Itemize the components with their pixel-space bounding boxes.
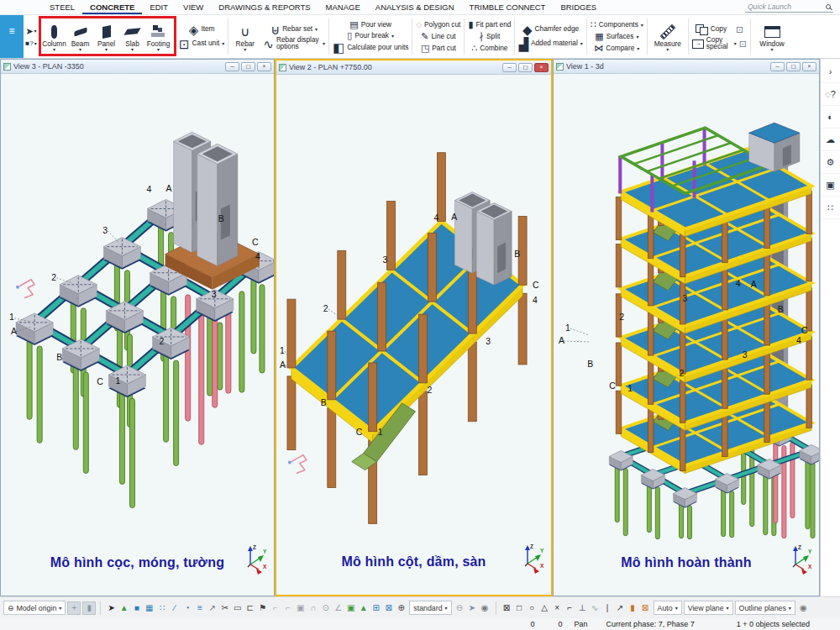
minimize-button[interactable]: ─ <box>502 63 517 72</box>
properties-lookup-icon[interactable]: ◌? <box>821 83 840 106</box>
snap-midpoint-icon[interactable]: △ <box>538 601 551 615</box>
rebar-set-button[interactable]: ⊎Rebar set▾ <box>270 24 318 36</box>
snap-intersection-icon[interactable]: × <box>551 601 564 615</box>
selection-switch-icon[interactable]: ➤ <box>105 601 118 615</box>
flag-marker-icon[interactable]: ⚑ <box>256 601 269 615</box>
compare-button[interactable]: ⋈Compare▾ <box>594 44 639 54</box>
calculate-pour-units-button[interactable]: ◧Calculate pour units <box>333 42 409 53</box>
minimize-button[interactable]: ─ <box>225 62 239 71</box>
angle-snap-b-icon[interactable]: ⌐ <box>281 601 294 615</box>
beam-button[interactable]: Beam▾ <box>67 21 93 52</box>
snap-vertical-icon[interactable]: ∣ <box>601 601 614 615</box>
snap-center-icon[interactable]: □ <box>513 601 526 615</box>
rebar-display-options-button[interactable]: ∿Rebar display options▾ <box>263 38 325 50</box>
copy-special-button[interactable]: →Copy special▾⊡ <box>692 38 747 50</box>
visibility-eye-icon[interactable]: ◉ <box>479 601 491 615</box>
tab-steel[interactable]: STEEL <box>42 0 82 14</box>
combine-button[interactable]: ∴Combine <box>471 44 507 54</box>
cut-tool-icon[interactable]: ✂ <box>218 601 231 615</box>
drag-and-drop-icon[interactable]: ↗ <box>206 601 218 615</box>
select-cursor-button[interactable]: ➤▾ <box>25 27 36 36</box>
snap-nearest-icon[interactable]: ∿ <box>589 601 601 615</box>
select-filter-green-icon[interactable]: ▣ <box>344 601 357 615</box>
move-special-icon[interactable]: ⊡ <box>739 39 747 49</box>
close-button[interactable]: × <box>802 62 816 71</box>
snap-extension-icon[interactable]: ⊥ <box>576 601 589 615</box>
snap-override-icon[interactable]: ⊠ <box>639 601 652 615</box>
snap-perpendicular-icon[interactable]: ⌐ <box>564 601 576 615</box>
select-object-icon[interactable]: ⊙ <box>319 601 332 615</box>
view3-title-bar[interactable]: View 3 - PLAN -3350 ─ ▢ × <box>1 60 274 74</box>
part-cut-button[interactable]: ◳Part cut <box>421 44 456 54</box>
measure-button[interactable]: Measure▾ <box>651 21 685 52</box>
added-material-button[interactable]: ▟Added material▾ <box>518 38 582 50</box>
settings-gear-icon[interactable]: ⚙ <box>821 151 840 174</box>
footing-button[interactable]: Footing▾ <box>145 21 171 52</box>
world-plane-icon[interactable]: ⊖ <box>454 601 466 615</box>
select-component-icon[interactable]: ⊏ <box>244 601 256 615</box>
inquire-button[interactable]: ■?▾ <box>25 40 36 47</box>
maximize-button[interactable]: ▢ <box>241 62 255 71</box>
model-origin-dropdown[interactable]: ⊖ Model origin ▾ <box>3 601 66 615</box>
item-button[interactable]: ◈Item <box>189 24 215 36</box>
zoom-tool-icon[interactable]: ⊕ <box>395 601 407 615</box>
snap-points-icon[interactable]: ∷ <box>155 601 168 615</box>
select-assembly-icon[interactable]: ▣ <box>294 601 307 615</box>
snap-lines-icon[interactable]: ≡ <box>193 601 206 615</box>
maximize-button[interactable]: ▢ <box>786 62 801 71</box>
slab-button[interactable]: Slab▾ <box>119 21 145 52</box>
copy-button[interactable]: Copy⊡ <box>696 24 744 36</box>
model-canvas-complete-building[interactable]: 1 A B C 2 3 4 A B C 4 3 2 1 <box>554 74 819 596</box>
tab-edit[interactable]: EDIT <box>142 0 176 14</box>
auto-dropdown[interactable]: Auto ▾ <box>654 601 682 615</box>
main-menu-button[interactable]: ≡ <box>0 15 24 58</box>
surfaces-button[interactable]: ▦Surfaces▾ <box>595 32 638 42</box>
snap-line-icon[interactable]: ∕ <box>168 601 181 615</box>
select-angle-icon[interactable]: ∠ <box>332 601 344 615</box>
selection-filter-dropdown[interactable]: standard ▾ <box>409 601 451 615</box>
cast-unit-button[interactable]: ⊡Cast unit▾ <box>179 38 224 50</box>
trimble-connect-cloud-icon[interactable]: ☁ <box>821 129 840 151</box>
add-point-button[interactable]: + <box>67 601 81 615</box>
pointer-mode-icon[interactable]: ➤ <box>466 601 479 615</box>
tab-drawings-reports[interactable]: DRAWINGS & REPORTS <box>211 0 318 14</box>
snap-arc-icon[interactable]: ◔ <box>181 601 193 615</box>
snap-grid-icon[interactable]: ▦ <box>143 601 155 615</box>
panel-button[interactable]: Panel▾ <box>93 21 119 52</box>
model-canvas-foundation[interactable]: 1 A 2 3 4 A B C 4 3 2 B C 1 <box>1 74 274 596</box>
rebar-button[interactable]: ∪Rebar▾ <box>232 21 258 52</box>
select-components-blue-icon[interactable]: ⊞ <box>370 601 382 615</box>
palette-icon[interactable]: ◐ <box>821 106 840 129</box>
pour-view-button[interactable]: ▤Pour view <box>349 20 391 29</box>
tab-view[interactable]: VIEW <box>176 0 211 14</box>
components-catalog-icon[interactable]: ∷ <box>821 197 840 219</box>
split-button[interactable]: ∤Split <box>480 32 501 42</box>
outline-planes-dropdown[interactable]: Outline planes ▾ <box>735 601 795 615</box>
polygon-cut-button[interactable]: ◌Polygon cut <box>416 20 460 30</box>
select-area-icon[interactable]: ▭ <box>231 601 244 615</box>
select-cast-unit-icon[interactable]: ∩ <box>307 601 319 615</box>
components-button[interactable]: ∷Components▾ <box>591 20 643 30</box>
view2-title-bar[interactable]: View 2 - PLAN +7750.00 ─ ▢ × <box>276 60 551 75</box>
snap-endpoints-icon[interactable]: ⊠ <box>501 601 513 615</box>
select-all-green-icon[interactable]: ▲ <box>357 601 370 615</box>
snap-free-icon[interactable]: ↗ <box>614 601 627 615</box>
tab-bridges[interactable]: BRIDGES <box>553 0 604 14</box>
pane-collapse-chevron-icon[interactable]: › <box>821 60 840 83</box>
tab-manage[interactable]: MANAGE <box>318 0 368 14</box>
maximize-button[interactable]: ▢ <box>518 63 533 72</box>
model-canvas-columns-slab[interactable]: 1 A 2 3 4 A B C 4 3 2 B C 1 <box>276 75 551 595</box>
chamfer-edge-button[interactable]: ◆Chamfer edge <box>522 24 579 36</box>
column-button[interactable]: Column▾ <box>41 21 67 52</box>
visibility-eye-2-icon[interactable]: ◉ <box>797 601 810 615</box>
ortho-toggle-icon[interactable]: ▮ <box>627 601 639 615</box>
close-button[interactable]: × <box>534 63 549 72</box>
window-button[interactable]: Window▾ <box>754 21 790 52</box>
snap-circle-icon[interactable]: ○ <box>526 601 538 615</box>
model-catalog-cube-icon[interactable]: ▣ <box>821 174 840 197</box>
angle-snap-a-icon[interactable]: ⌐ <box>269 601 281 615</box>
lock-button[interactable]: ▮ <box>82 601 96 615</box>
snap-symbol-icon[interactable]: ▲ <box>118 601 130 615</box>
tab-analysis-design[interactable]: ANALYSIS & DESIGN <box>368 0 462 14</box>
select-points-blue-icon[interactable]: ⊠ <box>382 601 395 615</box>
